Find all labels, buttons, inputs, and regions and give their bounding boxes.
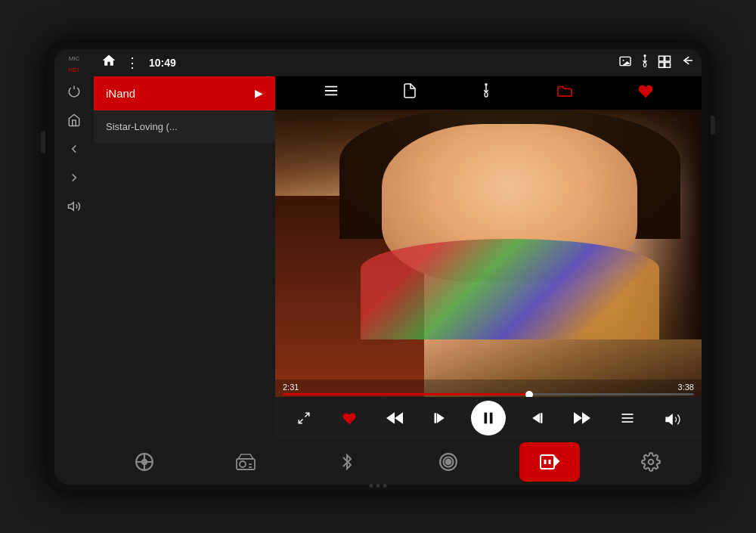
rewind-button[interactable] [380, 404, 409, 432]
nav-navigation[interactable] [114, 442, 175, 482]
svg-marker-42 [556, 458, 559, 464]
sidebar-forward-icon[interactable] [59, 164, 89, 191]
svg-rect-19 [490, 412, 493, 423]
content-area: iNand ▶ Sistar-Loving (... [94, 76, 702, 439]
svg-point-39 [446, 459, 451, 464]
svg-marker-23 [582, 412, 590, 424]
progress-track[interactable] [283, 393, 694, 395]
svg-marker-15 [386, 412, 395, 424]
menu-button[interactable]: ⋮ [125, 54, 140, 71]
device: MIC RBT [45, 40, 711, 494]
main-area: ⋮ 10:49 [94, 49, 702, 485]
status-time: 10:49 [149, 57, 176, 69]
sidebar-volume-icon[interactable] [59, 193, 89, 220]
skip-back-button[interactable] [426, 404, 454, 432]
svg-line-12 [305, 413, 309, 417]
file-item-sistar[interactable]: Sistar-Loving (... [94, 110, 275, 143]
back-status-icon[interactable] [679, 54, 694, 70]
svg-rect-21 [541, 413, 543, 423]
status-icons [618, 54, 694, 71]
file-item-inand[interactable]: iNand ▶ [94, 76, 275, 110]
svg-point-3 [643, 54, 646, 57]
svg-point-45 [649, 459, 654, 464]
screen: MIC RBT [54, 49, 702, 485]
progress-area: 2:31 3:38 [275, 380, 702, 397]
volume-button[interactable] [658, 404, 687, 432]
expand-button[interactable] [290, 404, 318, 432]
player-folder-icon[interactable] [556, 84, 573, 101]
playlist-button[interactable] [613, 404, 642, 432]
svg-rect-7 [665, 62, 671, 67]
svg-marker-22 [574, 412, 582, 424]
video-content [275, 110, 702, 397]
svg-rect-4 [659, 56, 665, 61]
sidebar-home-icon[interactable] [59, 107, 89, 134]
nav-settings[interactable] [621, 442, 681, 482]
image-status-icon [618, 56, 632, 69]
player-usb-icon[interactable] [481, 83, 491, 102]
nav-music[interactable] [418, 442, 479, 482]
inand-arrow-icon: ▶ [255, 87, 263, 99]
svg-marker-27 [666, 414, 672, 424]
svg-marker-20 [532, 413, 540, 423]
svg-rect-41 [541, 455, 554, 469]
home-button[interactable] [101, 53, 116, 72]
side-button-right [711, 116, 715, 135]
sidebar-back-icon[interactable] [59, 135, 89, 163]
player-top-bar [275, 76, 702, 110]
nav-bluetooth[interactable] [317, 442, 377, 482]
svg-rect-5 [665, 56, 671, 61]
player-heart-icon[interactable] [637, 83, 654, 102]
svg-point-11 [485, 83, 488, 86]
svg-point-2 [623, 60, 624, 61]
svg-rect-6 [659, 62, 665, 67]
status-bar: ⋮ 10:49 [94, 49, 702, 76]
speaker-dots [370, 484, 387, 488]
left-sidebar: MIC RBT [54, 49, 94, 485]
player-file-icon[interactable] [404, 83, 416, 102]
nav-radio[interactable] [215, 442, 276, 482]
svg-marker-14 [395, 412, 403, 424]
video-player-panel: 2:31 3:38 [275, 76, 702, 439]
time-total: 3:38 [678, 383, 694, 392]
fast-forward-button[interactable] [568, 404, 596, 432]
nav-video[interactable] [519, 442, 580, 482]
svg-marker-16 [437, 413, 445, 423]
progress-thumb [525, 391, 533, 397]
time-labels: 2:31 3:38 [283, 383, 694, 392]
file-panel: iNand ▶ Sistar-Loving (... [94, 76, 275, 439]
sidebar-power-icon[interactable] [59, 78, 89, 105]
video-clothes [361, 239, 659, 339]
skip-forward-button[interactable] [522, 404, 551, 432]
svg-point-33 [240, 461, 246, 467]
svg-rect-17 [435, 413, 437, 423]
controls-bar [275, 397, 702, 439]
player-list-icon[interactable] [323, 84, 339, 101]
time-current: 2:31 [283, 383, 299, 392]
svg-marker-0 [69, 202, 74, 210]
svg-line-13 [299, 419, 302, 423]
mic-label: MIC [69, 55, 80, 62]
video-area: 2:31 3:38 [275, 110, 702, 397]
rbt-label: RBT [68, 67, 80, 73]
side-button-left [41, 131, 45, 153]
svg-rect-18 [485, 412, 488, 423]
svg-point-31 [142, 459, 147, 464]
play-pause-button[interactable] [471, 401, 506, 435]
progress-fill [283, 393, 529, 395]
bottom-nav [94, 439, 702, 485]
windows-status-icon[interactable] [658, 54, 671, 71]
usb-status-icon [640, 54, 650, 71]
favorite-button[interactable] [335, 404, 364, 432]
